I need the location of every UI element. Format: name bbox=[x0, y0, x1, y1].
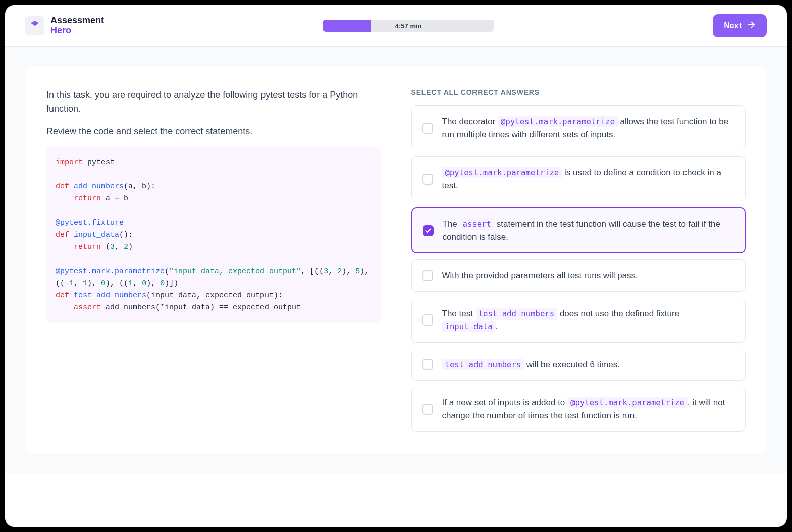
progress-bar: 4:57 min bbox=[323, 20, 494, 32]
answer-list: The decorator @pytest.mark.parametrize a… bbox=[411, 105, 746, 432]
answers-column: SELECT ALL CORRECT ANSWERS The decorator… bbox=[411, 88, 746, 432]
question-card: In this task, you are required to analyz… bbox=[25, 67, 767, 453]
answer-option-2[interactable]: @pytest.mark.parametrize is used to defi… bbox=[411, 156, 746, 201]
task-paragraph-1: In this task, you are required to analyz… bbox=[46, 88, 381, 116]
answer-checkbox[interactable] bbox=[422, 174, 433, 185]
task-paragraph-2: Review the code and select the correct s… bbox=[46, 125, 381, 138]
header: Assessment Hero 4:57 min Next bbox=[5, 5, 787, 47]
answer-text: With the provided parameters all test ru… bbox=[442, 269, 638, 282]
logo: Assessment Hero bbox=[25, 16, 104, 36]
code-block: import pytest def add_numbers(a, b): ret… bbox=[46, 147, 381, 323]
main-area: In this task, you are required to analyz… bbox=[5, 47, 787, 473]
answer-text: test_add_numbers will be executed 6 time… bbox=[442, 358, 620, 371]
answer-checkbox[interactable] bbox=[422, 314, 433, 326]
answer-checkbox[interactable] bbox=[422, 270, 433, 281]
logo-icon bbox=[25, 16, 44, 35]
answer-text: If a new set of inputs is added to @pyte… bbox=[442, 396, 735, 422]
answer-checkbox[interactable] bbox=[422, 404, 433, 415]
answer-option-3[interactable]: The assert statement in the test functio… bbox=[411, 207, 746, 253]
progress-fill bbox=[323, 20, 371, 32]
answers-header: SELECT ALL CORRECT ANSWERS bbox=[411, 88, 746, 96]
answer-checkbox[interactable] bbox=[423, 225, 434, 236]
arrow-right-icon bbox=[747, 20, 756, 31]
answer-option-1[interactable]: The decorator @pytest.mark.parametrize a… bbox=[411, 105, 746, 150]
next-button-label: Next bbox=[724, 21, 742, 30]
answer-text: The test test_add_numbers does not use t… bbox=[442, 307, 735, 333]
logo-text: Assessment Hero bbox=[50, 16, 104, 36]
answer-checkbox[interactable] bbox=[422, 123, 433, 134]
answer-option-5[interactable]: The test test_add_numbers does not use t… bbox=[411, 298, 746, 343]
next-button[interactable]: Next bbox=[713, 14, 767, 37]
answer-text: The decorator @pytest.mark.parametrize a… bbox=[442, 115, 735, 141]
app-window: Assessment Hero 4:57 min Next In this t bbox=[5, 5, 787, 527]
logo-line-1: Assessment bbox=[50, 16, 104, 26]
timer-label: 4:57 min bbox=[395, 22, 422, 30]
answer-option-7[interactable]: If a new set of inputs is added to @pyte… bbox=[411, 387, 746, 432]
answer-option-4[interactable]: With the provided parameters all test ru… bbox=[411, 259, 746, 292]
progress-area: 4:57 min bbox=[323, 20, 494, 32]
answer-option-6[interactable]: test_add_numbers will be executed 6 time… bbox=[411, 349, 746, 381]
answer-checkbox[interactable] bbox=[422, 359, 433, 370]
logo-line-2: Hero bbox=[50, 26, 104, 36]
answer-text: @pytest.mark.parametrize is used to defi… bbox=[442, 166, 735, 192]
question-column: In this task, you are required to analyz… bbox=[46, 88, 381, 432]
answer-text: The assert statement in the test functio… bbox=[443, 218, 735, 243]
